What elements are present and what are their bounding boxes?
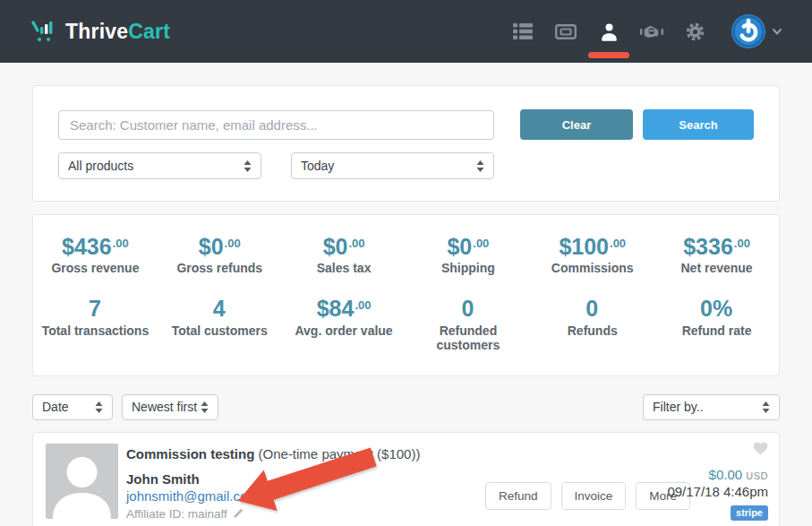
order-sort-select[interactable]: Newest first	[122, 394, 218, 420]
product-filter-select[interactable]: All products	[58, 152, 261, 179]
stats-panel: $436.00 Gross revenue $0.00 Gross refund…	[32, 214, 780, 376]
handshake-icon	[640, 23, 663, 39]
period-filter-select[interactable]: Today	[291, 152, 494, 179]
nav-products-list-icon[interactable]	[501, 0, 544, 63]
active-tab-indicator	[588, 52, 629, 58]
favorite-heart-icon[interactable]	[753, 442, 768, 455]
filter-by-value: Filter by..	[653, 400, 704, 414]
select-arrows-icon	[244, 160, 252, 172]
top-nav: ThriveCart	[0, 0, 812, 63]
refund-button[interactable]: Refund	[485, 482, 551, 510]
date-sort-value: Date	[42, 400, 69, 414]
nav-icon-group	[501, 0, 782, 63]
clear-button[interactable]: Clear	[520, 109, 633, 140]
stripe-badge: stripe	[731, 505, 768, 521]
select-arrows-icon	[201, 401, 209, 413]
stat-refunded-customers: 0 Refunded customers	[406, 297, 530, 351]
nav-settings-gear-icon[interactable]	[673, 0, 716, 63]
date-sort-select[interactable]: Date	[32, 394, 113, 420]
transaction-amount: $0.00 USD	[667, 467, 768, 482]
select-arrows-icon	[95, 401, 103, 413]
stat-refund-rate: 0% Refund rate	[654, 297, 779, 351]
stat-net-revenue: $336.00 Net revenue	[654, 235, 779, 275]
brand-name: ThriveCart	[65, 20, 170, 44]
search-input[interactable]	[58, 110, 494, 140]
account-menu[interactable]	[731, 13, 782, 49]
select-arrows-icon	[476, 160, 484, 172]
stat-total-customers: 4 Total customers	[158, 297, 282, 351]
order-sort-value: Newest first	[132, 400, 197, 414]
stat-commissions: $100.00 Commissions	[530, 235, 654, 275]
currency-label: USD	[746, 470, 768, 481]
annotation-arrow	[233, 445, 407, 517]
select-arrows-icon	[762, 401, 770, 413]
stat-shipping: $0.00 Shipping	[406, 235, 530, 275]
nav-coupons-ticket-icon[interactable]	[544, 0, 587, 63]
customer-avatar	[46, 444, 118, 519]
main-content: Clear Search All products Today $436.00 …	[0, 63, 812, 526]
thrivecart-logo[interactable]: ThriveCart	[30, 18, 170, 45]
list-icon	[513, 23, 533, 39]
nav-affiliates-handshake-icon[interactable]	[630, 0, 673, 63]
stat-avg-order-value: $84.00 Avg. order value	[282, 297, 406, 351]
stat-gross-revenue: $436.00 Gross revenue	[33, 235, 158, 275]
transaction-actions: Refund Invoice More	[485, 482, 690, 510]
chevron-down-icon	[773, 29, 782, 35]
avatar-placeholder-icon	[46, 444, 118, 519]
period-filter-value: Today	[301, 159, 334, 173]
gear-icon	[686, 22, 705, 41]
transaction-summary: $0.00 USD 09/17/18 4:46pm stripe	[667, 442, 768, 521]
stat-sales-tax: $0.00 Sales tax	[282, 235, 406, 275]
nav-customers-user-icon[interactable]	[587, 0, 630, 63]
search-button[interactable]: Search	[643, 109, 754, 140]
sort-filter-row: Date Newest first Filter by..	[32, 394, 780, 420]
search-panel: Clear Search All products Today	[32, 85, 780, 202]
cart-logo-icon	[30, 18, 57, 45]
user-icon	[600, 22, 619, 41]
avatar-power-logo	[731, 13, 766, 49]
invoice-button[interactable]: Invoice	[561, 482, 627, 510]
ticket-icon	[555, 24, 577, 39]
filter-by-select[interactable]: Filter by..	[643, 394, 780, 420]
product-filter-value: All products	[68, 159, 133, 173]
affiliate-id-label: Affiliate ID: mainaff	[126, 507, 227, 521]
stat-refunds: 0 Refunds	[530, 297, 654, 351]
transaction-card: Commission testing (One-time payment ($1…	[32, 432, 780, 526]
stat-total-transactions: 7 Total transactions	[33, 297, 158, 351]
stat-gross-refunds: $0.00 Gross refunds	[158, 235, 282, 275]
transaction-date: 09/17/18 4:46pm	[667, 484, 768, 499]
